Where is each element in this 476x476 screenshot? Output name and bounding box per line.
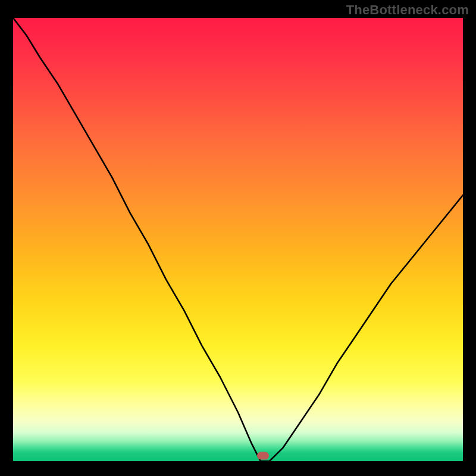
curve-path	[13, 18, 463, 461]
optimal-point-marker	[257, 452, 269, 460]
plot-area	[13, 18, 463, 461]
chart-frame: TheBottleneck.com	[0, 0, 476, 476]
bottleneck-curve	[13, 18, 463, 461]
watermark-label: TheBottleneck.com	[346, 2, 469, 18]
